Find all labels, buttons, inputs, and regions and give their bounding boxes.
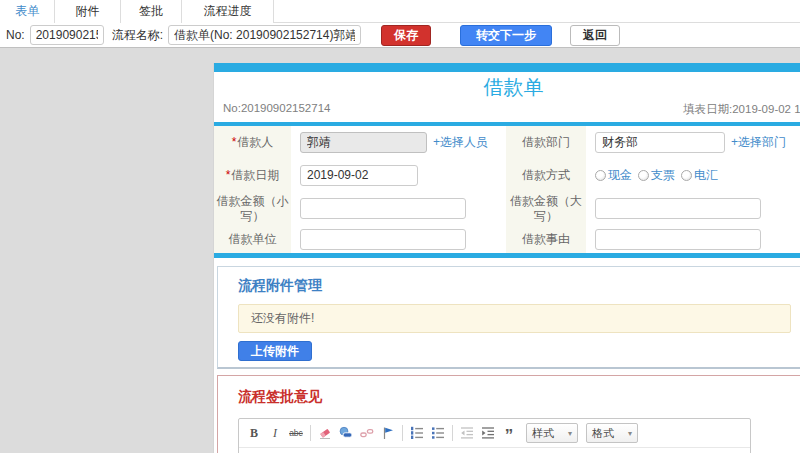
outdent-icon[interactable] [458, 424, 476, 442]
toolbar-separator [452, 425, 453, 441]
caret-down-icon: ▾ [568, 429, 572, 438]
form-no-text: No:20190902152714 [223, 102, 330, 114]
no-input[interactable] [30, 25, 104, 45]
loan-date-label: *借款日期 [214, 159, 291, 191]
amount-lower-label: 借款金额（小写） [214, 191, 291, 226]
approval-title: 流程签批意见 [238, 388, 792, 406]
tab-progress[interactable]: 流程进度 [181, 0, 274, 23]
loan-form-grid: *借款人 +选择人员 借款部门 +选择部门 *借款日期 借款方式 现金 [214, 126, 800, 253]
borrower-label: *借款人 [214, 126, 291, 159]
approval-section: 流程签批意见 B I abc [217, 375, 800, 453]
toolbar-separator [402, 425, 403, 441]
radio-icon[interactable] [638, 170, 649, 181]
next-step-button[interactable]: 转交下一步 [460, 25, 552, 46]
loan-reason-label: 借款事由 [506, 226, 586, 253]
blockquote-icon[interactable]: ” [500, 424, 518, 442]
form-date-text: 填表日期:2019-09-02 15:27:1 [683, 102, 800, 117]
anchor-flag-icon[interactable] [379, 424, 397, 442]
editor-content-area[interactable] [239, 448, 750, 453]
department-input[interactable] [595, 132, 725, 153]
flow-name-label: 流程名称: [112, 27, 163, 44]
amount-upper-field [586, 191, 800, 226]
loan-unit-label: 借款单位 [214, 226, 291, 253]
tab-approval[interactable]: 签批 [120, 0, 182, 23]
loan-reason-field [586, 226, 800, 253]
header: 表单 附件 签批 流程进度 No: 流程名称: 保存 转交下一步 返回 [0, 0, 800, 48]
editor-toolbar: B I abc [239, 419, 750, 448]
separator-bar [214, 253, 800, 258]
remove-format-icon[interactable] [316, 424, 334, 442]
radio-icon[interactable] [595, 170, 606, 181]
select-person-link[interactable]: +选择人员 [433, 134, 488, 151]
form-meta-row: No:20190902152714 填表日期:2019-09-02 15:27:… [214, 101, 800, 119]
unlink-icon[interactable] [358, 424, 376, 442]
borrower-field: +选择人员 [291, 126, 506, 159]
attachments-section: 流程附件管理 还没有附件! 上传附件 [217, 266, 800, 369]
bold-icon[interactable]: B [245, 424, 263, 442]
select-department-link[interactable]: +选择部门 [731, 134, 786, 151]
amount-lower-input[interactable] [300, 198, 466, 219]
radio-cheque[interactable]: 支票 [638, 167, 675, 184]
page-title: 借款单 [214, 72, 800, 101]
save-button[interactable]: 保存 [381, 25, 431, 46]
ordered-list-icon[interactable] [408, 424, 426, 442]
indent-icon[interactable] [479, 424, 497, 442]
required-mark: * [232, 135, 237, 149]
radio-wire[interactable]: 电汇 [681, 167, 718, 184]
link-icon[interactable] [337, 424, 355, 442]
top-accent-bar [214, 63, 800, 72]
tab-form[interactable]: 表单 [0, 0, 55, 23]
caret-down-icon: ▾ [628, 429, 632, 438]
action-toolbar: No: 流程名称: 保存 转交下一步 返回 [0, 23, 800, 48]
attachments-title: 流程附件管理 [238, 277, 792, 295]
loan-date-input[interactable] [300, 165, 418, 186]
loan-date-field [291, 159, 506, 191]
loan-unit-input[interactable] [300, 229, 466, 250]
radio-cash[interactable]: 现金 [595, 167, 632, 184]
back-button[interactable]: 返回 [570, 25, 620, 46]
borrower-input[interactable] [300, 132, 427, 153]
amount-lower-field [291, 191, 506, 226]
styles-dropdown[interactable]: 样式 ▾ [526, 423, 578, 443]
italic-icon[interactable]: I [266, 424, 284, 442]
radio-icon[interactable] [681, 170, 692, 181]
upload-attachment-button[interactable]: 上传附件 [238, 341, 312, 361]
rich-text-editor: B I abc [238, 418, 751, 453]
loan-method-radio-group: 现金 支票 电汇 [595, 167, 718, 184]
loan-method-label: 借款方式 [506, 159, 586, 191]
bullet-list-icon[interactable] [429, 424, 447, 442]
no-attachments-alert: 还没有附件! [238, 304, 791, 333]
amount-upper-label: 借款金额（大写） [506, 191, 586, 226]
amount-upper-input[interactable] [595, 198, 761, 219]
required-mark: * [226, 168, 231, 182]
tab-attachments[interactable]: 附件 [54, 0, 121, 23]
flow-name-input[interactable] [168, 25, 361, 45]
loan-reason-input[interactable] [595, 229, 761, 250]
loan-unit-field [291, 226, 506, 253]
strikethrough-icon[interactable]: abc [287, 424, 305, 442]
loan-method-field: 现金 支票 电汇 [586, 159, 800, 191]
no-label: No: [6, 28, 25, 42]
loan-form-panel: 借款单 No:20190902152714 填表日期:2019-09-02 15… [213, 63, 800, 453]
department-label: 借款部门 [506, 126, 586, 159]
toolbar-separator [310, 425, 311, 441]
format-dropdown[interactable]: 格式 ▾ [586, 423, 638, 443]
department-field: +选择部门 [586, 126, 800, 159]
tab-bar: 表单 附件 签批 流程进度 [0, 0, 800, 23]
